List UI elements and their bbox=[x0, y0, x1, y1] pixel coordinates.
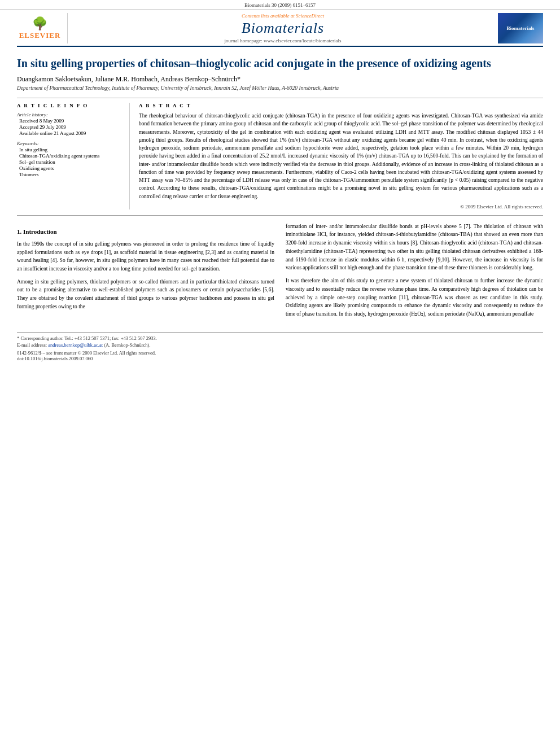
footer-ids: 0142-9612/$ – see front matter © 2009 El… bbox=[17, 350, 543, 361]
footnote-area: * Corresponding author. Tel.: +43 512 50… bbox=[17, 332, 543, 350]
article-info-col: A R T I C L E I N F O Article history: R… bbox=[17, 103, 130, 209]
sciencedirect-prefix: Contents lists available at bbox=[242, 13, 296, 19]
authors: Duangkamon Sakloetsakun, Juliane M.R. Ho… bbox=[17, 75, 543, 84]
abstract-col: A B S T R A C T The rheological behaviou… bbox=[139, 103, 543, 209]
body-col-right: formation of inter- and/or intramolecula… bbox=[286, 222, 543, 323]
doi-line: doi:10.1016/j.biomaterials.2009.07.060 bbox=[17, 356, 543, 361]
keywords-label: Keywords: bbox=[17, 141, 123, 146]
email-link[interactable]: andreas.bernkop@uibk.ac.at bbox=[48, 342, 103, 348]
history-label: Article history: bbox=[17, 112, 123, 117]
email-label: E-mail address: bbox=[17, 342, 48, 348]
biomaterials-logo: Biomaterials bbox=[498, 13, 543, 43]
divider-1 bbox=[17, 98, 543, 98]
journal-header: 🌳 ELSEVIER Contents lists available at S… bbox=[17, 10, 543, 47]
journal-center: Contents lists available at ScienceDirec… bbox=[72, 13, 493, 43]
footnote-phone: * Corresponding author. Tel.: +43 512 50… bbox=[17, 335, 543, 342]
sciencedirect-link-text[interactable]: ScienceDirect bbox=[296, 13, 324, 19]
body-columns: 1. Introduction In the 1990s the concept… bbox=[17, 222, 543, 323]
intro-paragraph-2: Among in situ gelling polymers, thiolate… bbox=[17, 278, 274, 311]
accepted-date: Accepted 29 July 2009 bbox=[17, 124, 123, 130]
article-info-heading: A R T I C L E I N F O bbox=[17, 103, 123, 108]
keywords-list: In situ gelling Chitosan-TGA/oxidizing a… bbox=[17, 147, 123, 177]
footnote-email: E-mail address: andreas.bernkop@uibk.ac.… bbox=[17, 342, 543, 349]
right-intro-paragraph-2: It was therefore the aim of this study t… bbox=[286, 277, 543, 318]
right-intro-paragraph-1: formation of inter- and/or intramolecula… bbox=[286, 222, 543, 272]
abstract-heading: A B S T R A C T bbox=[139, 103, 543, 108]
journal-homepage: journal homepage: www.elsevier.com/locat… bbox=[72, 38, 493, 43]
biomaterials-logo-label: Biomaterials bbox=[507, 25, 535, 31]
body-content: 1. Introduction In the 1990s the concept… bbox=[17, 222, 543, 323]
sciencedirect-line: Contents lists available at ScienceDirec… bbox=[72, 13, 493, 19]
available-date: Available online 21 August 2009 bbox=[17, 130, 123, 136]
keyword-2: Chitosan-TGA/oxidizing agent systems bbox=[17, 153, 123, 159]
citation-text: Biomaterials 30 (2009) 6151–6157 bbox=[244, 2, 316, 8]
article-title: In situ gelling properties of chitosan–t… bbox=[17, 56, 543, 71]
citation-bar: Biomaterials 30 (2009) 6151–6157 bbox=[0, 0, 560, 10]
received-date: Received 8 May 2009 bbox=[17, 118, 123, 124]
body-col-left: 1. Introduction In the 1990s the concept… bbox=[17, 222, 274, 323]
keyword-5: Thiomers bbox=[17, 172, 123, 177]
elsevier-logo: 🌳 ELSEVIER bbox=[17, 13, 68, 43]
email-suffix: (A. Bernkop-Schnürch). bbox=[103, 342, 151, 348]
copyright: © 2009 Elsevier Ltd. All rights reserved… bbox=[139, 204, 543, 209]
main-content: In situ gelling properties of chitosan–t… bbox=[17, 47, 543, 329]
keyword-3: Sol–gel transition bbox=[17, 159, 123, 165]
intro-paragraph-1: In the 1990s the concept of in situ gell… bbox=[17, 240, 274, 273]
abstract-text: The rheological behaviour of chitosan-th… bbox=[139, 112, 543, 200]
keyword-1: In situ gelling bbox=[17, 147, 123, 152]
info-abstract-columns: A R T I C L E I N F O Article history: R… bbox=[17, 103, 543, 209]
elsevier-label: ELSEVIER bbox=[19, 31, 61, 40]
keyword-4: Oxidizing agents bbox=[17, 165, 123, 171]
issn-line: 0142-9612/$ – see front matter © 2009 El… bbox=[17, 350, 543, 356]
intro-heading: 1. Introduction bbox=[17, 227, 274, 237]
elsevier-tree-icon: 🌳 bbox=[32, 16, 47, 31]
divider-2 bbox=[17, 215, 543, 216]
journal-title: Biomaterials bbox=[72, 20, 493, 37]
affiliation: Department of Pharmaceutical Technology,… bbox=[17, 85, 543, 91]
